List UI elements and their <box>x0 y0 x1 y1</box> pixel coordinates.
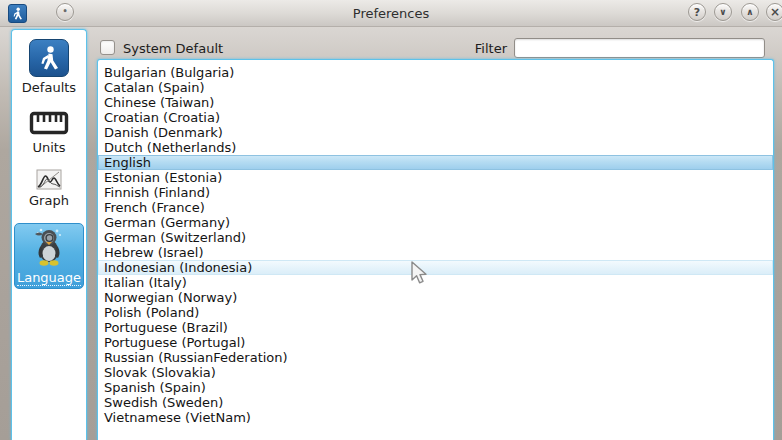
list-item[interactable]: Croatian (Croatia) <box>98 110 773 125</box>
sidebar-item-graph[interactable]: Graph <box>14 167 84 211</box>
sidebar-item-label: Language <box>17 270 81 286</box>
list-item[interactable]: Finnish (Finland) <box>98 185 773 200</box>
filter-label: Filter <box>437 41 507 56</box>
list-item[interactable]: French (France) <box>98 200 773 215</box>
ruler-icon <box>29 109 69 137</box>
list-item[interactable]: Catalan (Spain) <box>98 80 773 95</box>
sidebar-item-label: Defaults <box>22 80 76 95</box>
system-default-checkbox[interactable] <box>100 40 115 55</box>
sidebar-item-label: Units <box>32 140 65 155</box>
window-title: Preferences <box>0 6 782 21</box>
list-item[interactable]: Norwegian (Norway) <box>98 290 773 305</box>
list-item[interactable]: Indonesian (Indonesia) <box>98 260 773 275</box>
list-item[interactable]: Italian (Italy) <box>98 275 773 290</box>
list-item[interactable]: Slovak (Slovakia) <box>98 365 773 380</box>
sidebar-item-language[interactable]: Language <box>14 223 84 289</box>
list-item[interactable]: Portuguese (Portugal) <box>98 335 773 350</box>
titlebar: • Preferences ? ∨ ∧ × <box>0 0 782 27</box>
list-item[interactable]: Russian (RussianFederation) <box>98 350 773 365</box>
sidebar-item-defaults[interactable]: Defaults <box>14 37 84 98</box>
help-icon: ? <box>694 7 700 18</box>
close-button[interactable]: × <box>766 3 782 21</box>
penguin-icon <box>29 225 69 267</box>
sidebar-item-label: Graph <box>29 193 69 208</box>
list-item[interactable]: German (Switzerland) <box>98 230 773 245</box>
list-item[interactable]: German (Germany) <box>98 215 773 230</box>
list-item[interactable]: Danish (Denmark) <box>98 125 773 140</box>
minimize-button[interactable]: ∨ <box>714 3 732 21</box>
preferences-sidebar: Defaults Units Graph <box>11 29 87 440</box>
list-item[interactable]: Portuguese (Brazil) <box>98 320 773 335</box>
system-default-label: System Default <box>123 41 223 56</box>
list-item[interactable]: Hebrew (Israel) <box>98 245 773 260</box>
list-item[interactable]: Polish (Poland) <box>98 305 773 320</box>
list-item[interactable]: Bulgarian (Bulgaria) <box>98 65 773 80</box>
maximize-button[interactable]: ∧ <box>741 3 759 21</box>
list-item[interactable]: Estonian (Estonia) <box>98 170 773 185</box>
list-item[interactable]: Chinese (Taiwan) <box>98 95 773 110</box>
help-button[interactable]: ? <box>688 3 706 21</box>
list-item[interactable]: Dutch (Netherlands) <box>98 140 773 155</box>
sidebar-item-units[interactable]: Units <box>14 107 84 158</box>
language-list[interactable]: Bulgarian (Bulgaria)Catalan (Spain)Chine… <box>97 59 774 440</box>
list-item[interactable]: Spanish (Spain) <box>98 380 773 395</box>
close-icon: × <box>770 6 780 18</box>
chevron-up-icon: ∧ <box>746 8 753 17</box>
list-item[interactable]: Vietnamese (VietNam) <box>98 410 773 425</box>
graph-icon <box>36 169 62 190</box>
chevron-down-icon: ∨ <box>719 8 726 17</box>
list-item[interactable]: Swedish (Sweden) <box>98 395 773 410</box>
filter-input[interactable] <box>514 38 765 58</box>
list-item[interactable]: English <box>98 155 773 170</box>
hiker-icon <box>29 39 69 77</box>
